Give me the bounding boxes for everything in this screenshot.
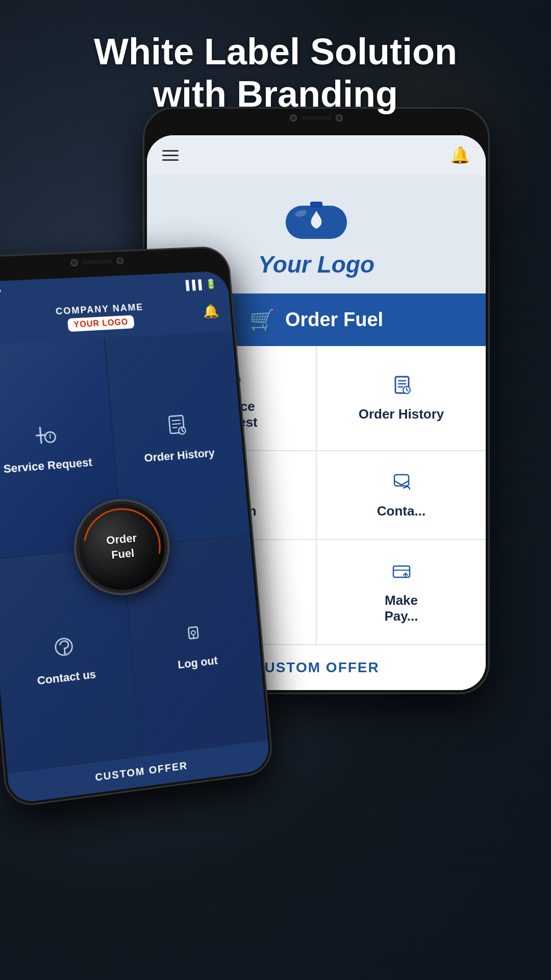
headline-section: White Label Solution with Branding xyxy=(0,31,551,115)
front-order-history-label: Order History xyxy=(144,446,215,464)
front-camera-right xyxy=(116,257,124,264)
company-name: COMPANY NAME xyxy=(55,302,144,317)
camera-left xyxy=(290,114,297,121)
menu-item-make-payment[interactable]: MakePay... xyxy=(317,540,486,644)
front-logout-icon xyxy=(182,619,209,652)
svg-point-32 xyxy=(64,651,66,653)
make-payment-label: MakePay... xyxy=(384,593,418,624)
front-service-icon xyxy=(31,421,60,455)
front-speaker xyxy=(82,259,112,265)
front-contact-icon xyxy=(50,632,79,667)
your-logo-text: Your Logo xyxy=(258,251,374,278)
battery-icon: 🔋 xyxy=(205,278,217,290)
svg-line-25 xyxy=(50,434,51,438)
status-time: 1:57 xyxy=(0,287,2,302)
menu-item-order-history[interactable]: Order History xyxy=(317,346,486,450)
contact-icon xyxy=(390,471,413,498)
speaker xyxy=(301,116,332,120)
phone-front-notch xyxy=(70,257,124,266)
menu-item-contact[interactable]: Conta... xyxy=(317,451,486,540)
front-order-history-icon xyxy=(163,412,191,445)
phone-back-notch xyxy=(290,114,343,121)
logo-badge-text: YOUR LOGO xyxy=(73,317,129,329)
company-logo-icon xyxy=(276,195,357,247)
svg-line-28 xyxy=(172,424,181,424)
front-logout-label: Log out xyxy=(177,654,218,671)
svg-rect-1 xyxy=(310,202,322,208)
headline-title: White Label Solution with Branding xyxy=(0,31,551,115)
front-service-label: Service Request xyxy=(3,455,93,476)
svg-line-27 xyxy=(172,420,180,421)
front-contact-label: Contact us xyxy=(37,668,96,688)
camera-right xyxy=(336,114,343,121)
order-history-icon xyxy=(390,374,413,401)
svg-line-23 xyxy=(37,435,45,435)
make-payment-icon xyxy=(390,560,413,587)
cart-icon: 🛒 xyxy=(249,308,275,332)
notification-bell-front[interactable]: 🔔 xyxy=(202,303,219,320)
front-screen: 1:57 ▐▐▐ 🔋 COMPANY NAME YOUR LOGO 🔔 xyxy=(0,271,270,804)
svg-line-35 xyxy=(193,634,194,638)
status-icons: ▐▐▐ 🔋 xyxy=(182,278,217,291)
logo-badge: YOUR LOGO xyxy=(67,315,135,332)
phone-front-shell: 1:57 ▐▐▐ 🔋 COMPANY NAME YOUR LOGO 🔔 xyxy=(0,246,274,808)
front-camera-left xyxy=(70,259,78,267)
contact-label: Conta... xyxy=(377,503,425,519)
svg-line-29 xyxy=(173,427,177,428)
phone-front: 1:57 ▐▐▐ 🔋 COMPANY NAME YOUR LOGO 🔔 xyxy=(0,246,274,808)
order-fuel-center-label: OrderFuel xyxy=(106,531,138,562)
front-grid: Service Request Order Hi xyxy=(0,331,268,772)
svg-rect-19 xyxy=(393,566,410,577)
hamburger-menu-back[interactable] xyxy=(162,150,179,161)
back-header: 🔔 xyxy=(147,135,486,175)
signal-icon: ▐▐▐ xyxy=(182,279,202,290)
order-history-label: Order History xyxy=(359,406,444,422)
order-fuel-label: Order Fuel xyxy=(285,309,383,331)
svg-point-31 xyxy=(55,638,73,656)
notification-bell-back[interactable]: 🔔 xyxy=(450,145,470,165)
